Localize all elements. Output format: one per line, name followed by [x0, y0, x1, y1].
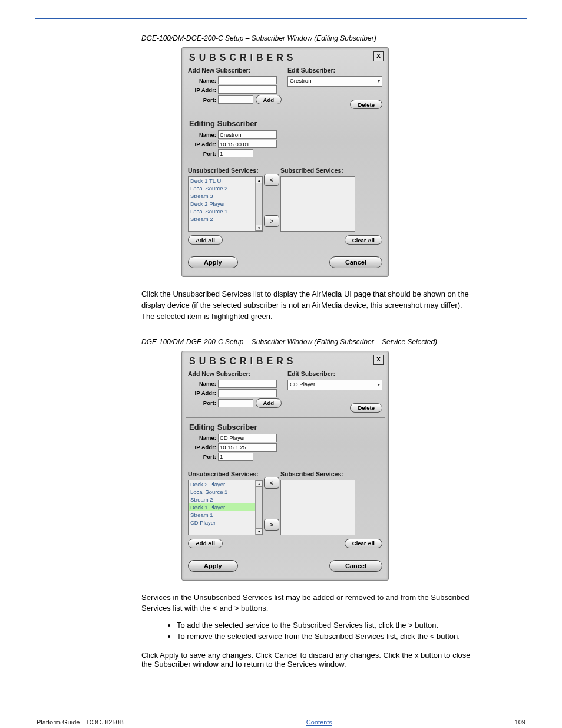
list-item[interactable]: Deck 2 Player — [189, 480, 262, 488]
add-all-button[interactable]: Add All — [188, 235, 223, 245]
cancel-button[interactable]: Cancel — [329, 560, 382, 572]
add-all-button[interactable]: Add All — [188, 539, 223, 548]
list-item: To remove the selected service from the … — [177, 631, 495, 643]
bullet-list: To add the selected service to the Subsc… — [153, 620, 495, 643]
footer-left: Platform Guide – DOC. 8250B — [37, 719, 124, 726]
list-item[interactable]: Stream 2 — [189, 496, 262, 503]
page-footer: Platform Guide – DOC. 8250B Contents 109 — [35, 719, 527, 726]
unsubscribed-list[interactable]: Deck 1 TL UILocal Source 2Stream 3Deck 2… — [188, 176, 263, 232]
port-label: Port: — [188, 97, 218, 103]
clear-all-button[interactable]: Clear All — [345, 539, 382, 548]
edit-name-label: Name: — [188, 434, 218, 441]
add-new-header: Add New Subscriber: — [188, 370, 282, 377]
body-paragraph-3: Click Apply to save any changes. Click C… — [141, 651, 471, 668]
edit-subscriber-select[interactable]: Crestron — [287, 76, 382, 87]
move-right-button[interactable]: > — [264, 519, 279, 531]
subscribed-list[interactable] — [280, 176, 355, 232]
name-label: Name: — [188, 380, 218, 387]
subscribers-dialog-2: x SUBSCRIBERS Add New Subscriber: Name: … — [181, 351, 389, 581]
edit-port-label: Port: — [188, 453, 218, 460]
move-right-button[interactable]: > — [264, 215, 279, 227]
list-item[interactable]: Local Source 2 — [189, 185, 262, 192]
apply-button[interactable]: Apply — [188, 560, 238, 572]
list-item: To add the selected service to the Subsc… — [177, 620, 495, 631]
edit-name-input[interactable] — [218, 434, 277, 442]
edit-header: Edit Subscriber: — [287, 370, 382, 377]
list-item[interactable]: Stream 1 — [189, 511, 262, 519]
edit-ip-label: IP Addr: — [188, 141, 218, 147]
scroll-up-icon[interactable]: ▴ — [256, 480, 262, 487]
list-item[interactable]: Local Source 1 — [189, 207, 262, 215]
scroll-down-icon[interactable]: ▾ — [256, 225, 262, 231]
scrollbar[interactable]: ▴ ▾ — [255, 480, 262, 535]
body-paragraph-1: Click the Unsubscribed Services list to … — [141, 289, 471, 322]
body-paragraph-2: Services in the Unsubscribed Services li… — [141, 592, 471, 615]
add-ip-input[interactable] — [218, 389, 277, 397]
close-icon[interactable]: x — [373, 51, 384, 61]
edit-ip-input[interactable] — [218, 443, 277, 452]
cancel-button[interactable]: Cancel — [329, 256, 382, 268]
add-port-input[interactable] — [218, 95, 253, 104]
edit-port-input[interactable] — [218, 149, 253, 157]
subscribers-dialog-1: x SUBSCRIBERS Add New Subscriber: Name: … — [181, 47, 389, 277]
list-item[interactable]: CD Player — [189, 519, 262, 526]
add-name-input[interactable] — [218, 380, 277, 388]
list-item[interactable]: Local Source 1 — [189, 488, 262, 496]
footer-contents-link[interactable]: Contents — [306, 719, 332, 726]
subscribed-header: Subscribed Services: — [280, 470, 355, 477]
top-rule — [35, 18, 527, 19]
editing-subscriber-header: Editing Subscriber — [189, 423, 382, 431]
list-item[interactable]: Deck 1 Player — [189, 503, 262, 511]
add-ip-input[interactable] — [218, 85, 277, 94]
name-label: Name: — [188, 77, 218, 84]
subscribed-header: Subscribed Services: — [280, 167, 355, 174]
close-icon[interactable]: x — [373, 355, 384, 365]
move-left-button[interactable]: < — [264, 477, 279, 489]
subscribed-list[interactable] — [280, 480, 355, 535]
edit-ip-label: IP Addr: — [188, 444, 218, 450]
list-item[interactable]: Stream 2 — [189, 215, 262, 223]
dialog-title: SUBSCRIBERS — [189, 356, 382, 367]
add-button[interactable]: Add — [256, 398, 282, 408]
add-port-input[interactable] — [218, 399, 253, 407]
figure2-caption: DGE-100/DM-DGE-200-C Setup – Subscriber … — [141, 338, 527, 346]
list-item[interactable]: Deck 2 Player — [189, 200, 262, 207]
edit-header: Edit Subscriber: — [287, 67, 382, 74]
list-item[interactable]: Deck 1 TL UI — [189, 177, 262, 185]
ip-label: IP Addr: — [188, 87, 218, 93]
move-left-button[interactable]: < — [264, 174, 279, 186]
edit-name-input[interactable] — [218, 130, 277, 139]
clear-all-button[interactable]: Clear All — [345, 235, 382, 245]
editing-subscriber-header: Editing Subscriber — [189, 119, 382, 128]
unsubscribed-header: Unsubscribed Services: — [188, 167, 263, 174]
unsubscribed-list[interactable]: Deck 2 PlayerLocal Source 1Stream 2Deck … — [188, 480, 263, 535]
scroll-down-icon[interactable]: ▾ — [256, 528, 262, 535]
delete-button[interactable]: Delete — [350, 403, 382, 413]
figure1-caption: DGE-100/DM-DGE-200-C Setup – Subscriber … — [141, 34, 527, 42]
edit-port-label: Port: — [188, 150, 218, 157]
apply-button[interactable]: Apply — [188, 256, 238, 268]
edit-name-label: Name: — [188, 131, 218, 138]
scrollbar[interactable]: ▴ ▾ — [255, 177, 262, 231]
edit-ip-input[interactable] — [218, 140, 277, 148]
divider — [186, 417, 385, 418]
edit-port-input[interactable] — [218, 453, 253, 461]
dialog-title: SUBSCRIBERS — [189, 52, 382, 63]
scroll-up-icon[interactable]: ▴ — [256, 177, 262, 183]
list-item[interactable]: Stream 3 — [189, 192, 262, 200]
unsubscribed-header: Unsubscribed Services: — [188, 470, 263, 477]
edit-subscriber-select[interactable]: CD Player — [287, 380, 382, 390]
ip-label: IP Addr: — [188, 390, 218, 396]
add-name-input[interactable] — [218, 76, 277, 84]
add-new-header: Add New Subscriber: — [188, 67, 282, 74]
delete-button[interactable]: Delete — [350, 100, 382, 109]
port-label: Port: — [188, 400, 218, 406]
footer-page-number: 109 — [515, 719, 525, 726]
add-button[interactable]: Add — [256, 95, 282, 104]
footer-rule — [35, 716, 527, 716]
divider — [186, 114, 385, 114]
